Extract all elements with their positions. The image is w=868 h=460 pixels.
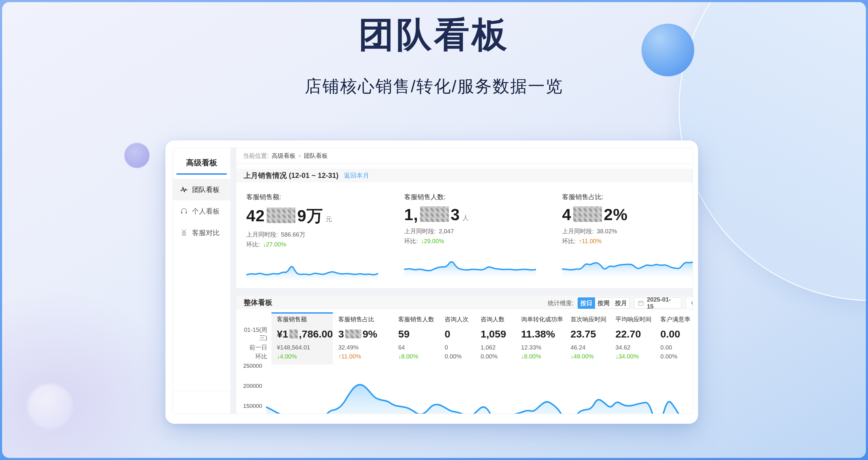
breadcrumb: 当前位置: 高级看板 › 团队看板 xyxy=(237,148,693,164)
value-suffix: 9% xyxy=(363,328,377,340)
column-header[interactable]: 咨询人数 xyxy=(480,314,516,325)
breadcrumb-separator: › xyxy=(299,152,301,160)
metric-cards-row: 客服销售额: 429万元 上月同时段:586.66万 环比:↓27.00% 客服… xyxy=(237,183,693,288)
value-prefix: 3 xyxy=(338,328,344,340)
main-content: 当前位置: 高级看板 › 团队看板 上月销售情况 (12-01 ~ 12-31)… xyxy=(237,148,693,414)
mom-value: ↓29.00% xyxy=(421,238,444,244)
mom-value: ↓27.00% xyxy=(263,241,286,248)
prev-value: 34.62 xyxy=(615,343,655,352)
metric-value-suffix: 2% xyxy=(604,205,628,223)
mom-value: ↑11.00% xyxy=(579,238,602,244)
sidebar-item-agent-compare[interactable]: 客服对比 xyxy=(173,222,230,243)
sidebar-item-label: 个人看板 xyxy=(192,207,220,216)
metric-value-prefix: 4 xyxy=(562,205,571,223)
sidebar-title-underline xyxy=(177,173,227,174)
statistic-controls: 统计维度: 按日 按周 按月 xyxy=(548,297,693,309)
metrics-table: 01-15(周三) 前一日 环比 客服销售额 ¥1,786.00 ¥148,56… xyxy=(237,313,693,364)
breadcrumb-prefix: 当前位置: xyxy=(243,152,269,160)
prev-period-value: 38.02% xyxy=(597,228,617,234)
column-header[interactable]: 客户满意率 xyxy=(660,314,693,325)
metric-label: 客服销售人数: xyxy=(404,193,562,202)
previous-day-button[interactable] xyxy=(685,297,693,309)
table-col-conversion-rate: 询单转化成功率 11.38% 12.33% ↓8.00% xyxy=(516,313,565,364)
prev-value: 0 xyxy=(445,343,475,352)
value-suffix: ,786.00 xyxy=(299,328,333,340)
column-header[interactable]: 客服销售占比 xyxy=(338,314,393,325)
prev-period-row: 上月同时段:38.02% xyxy=(562,227,693,235)
sidebar-item-label: 客服对比 xyxy=(192,228,220,237)
prev-value: 46.24 xyxy=(570,343,610,352)
prev-period-label: 上月同时段: xyxy=(246,231,278,238)
today-value: 0 xyxy=(445,325,475,343)
metric-value: 42% xyxy=(562,205,693,224)
prev-period-value: 2,047 xyxy=(439,228,454,234)
delta-value: 0.00% xyxy=(445,352,475,361)
column-header[interactable]: 咨询人次 xyxy=(445,314,475,325)
metric-unit: 元 xyxy=(326,215,332,223)
today-value: 22.70 xyxy=(615,325,655,343)
headphones-icon xyxy=(180,207,188,215)
delta-value: 0.00% xyxy=(480,352,516,361)
breadcrumb-current: 团队看板 xyxy=(304,152,328,160)
page-title: 团队看板 xyxy=(2,11,866,59)
page-frame-border: 团队看板 店铺核心销售/转化/服务数据一览 高级看板 团队看板 xyxy=(0,0,868,460)
delta-value: ↓8.00% xyxy=(398,352,439,361)
sparkline-chart xyxy=(404,253,536,277)
dimension-daily-button[interactable]: 按日 xyxy=(578,297,595,309)
date-value: 2025-01-15 xyxy=(647,296,677,310)
dashboard-card: 高级看板 团队看板 个人看板 xyxy=(165,140,698,424)
last-month-section-header: 上月销售情况 (12-01 ~ 12-31) 返回本月 xyxy=(237,169,693,183)
dimension-weekly-button[interactable]: 按周 xyxy=(595,297,613,309)
metric-value-suffix: 3 xyxy=(451,205,460,223)
delta-value: ↓4.00% xyxy=(277,352,333,361)
metric-sales-amount: 客服销售额: 429万元 上月同时段:586.66万 环比:↓27.00% xyxy=(246,193,404,280)
delta-value: ↓8.00% xyxy=(521,352,565,361)
censored-value xyxy=(573,206,602,222)
today-value: 39% xyxy=(338,325,393,343)
prev-value: 32.49% xyxy=(338,343,393,352)
prev-period-row: 上月同时段:586.66万 xyxy=(246,231,404,239)
metric-value-prefix: 42 xyxy=(246,207,265,225)
decor-purple-circle xyxy=(124,143,150,168)
dimension-monthly-button[interactable]: 按月 xyxy=(613,297,630,309)
y-axis-tick: 150000 xyxy=(237,403,262,409)
today-value: 1,059 xyxy=(480,325,516,343)
today-value: ¥1,786.00 xyxy=(277,325,333,343)
mom-row: 环比:↓27.00% xyxy=(246,240,404,249)
metric-value: 1,3人 xyxy=(404,205,562,224)
censored-value xyxy=(345,329,361,338)
dimension-segmented-control: 按日 按周 按月 xyxy=(578,297,630,309)
row-label-prev: 前一日 xyxy=(237,343,267,352)
metric-sales-people: 客服销售人数: 1,3人 上月同时段:2,047 环比:↓29.00% xyxy=(404,193,562,280)
table-col-sales-people: 客服销售人数 59 64 ↓8.00% xyxy=(393,313,439,364)
column-header[interactable]: 平均响应时间 xyxy=(615,314,655,325)
calendar-icon xyxy=(638,300,644,306)
header-spacer xyxy=(237,314,267,325)
metric-label: 客服销售占比: xyxy=(562,193,693,202)
medal-icon xyxy=(180,229,188,237)
column-header[interactable]: 首次响应时间 xyxy=(570,314,610,325)
sparkline-chart xyxy=(246,256,378,280)
decor-soft-circle xyxy=(28,384,72,429)
pulse-icon xyxy=(180,186,188,194)
mom-row: 环比:↓29.00% xyxy=(404,237,562,245)
metric-unit: 人 xyxy=(462,214,469,222)
prev-value: 64 xyxy=(398,343,439,352)
column-header[interactable]: 客服销售人数 xyxy=(398,314,439,325)
prev-value: 0.00 xyxy=(660,343,693,352)
y-axis-tick: 200000 xyxy=(237,383,262,389)
breadcrumb-parent-link[interactable]: 高级看板 xyxy=(272,152,296,160)
date-picker[interactable]: 2025-01-15 xyxy=(634,297,681,309)
page-subtitle: 店铺核心销售/转化/服务数据一览 xyxy=(2,75,866,98)
prev-period-label: 上月同时段: xyxy=(562,228,594,234)
sidebar-item-team-board[interactable]: 团队看板 xyxy=(173,179,230,200)
column-header[interactable]: 客服销售额 xyxy=(277,314,333,325)
delta-value: ↓49.00% xyxy=(570,352,610,361)
delta-value: ↓34.00% xyxy=(615,352,655,361)
sidebar-item-personal-board[interactable]: 个人看板 xyxy=(173,200,230,222)
row-label-delta: 环比 xyxy=(237,352,267,361)
column-header[interactable]: 询单转化成功率 xyxy=(521,314,565,325)
chevron-left-icon xyxy=(690,299,693,307)
back-to-current-month-link[interactable]: 返回本月 xyxy=(344,171,369,180)
delta-value: 0.00% xyxy=(660,352,693,361)
